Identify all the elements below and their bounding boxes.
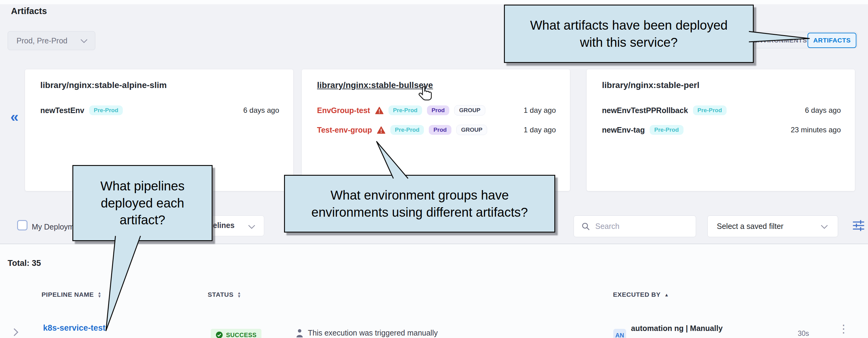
env-group-link[interactable]: EnvGroup-test [317,106,370,115]
executions-section [0,244,868,338]
env-group-link[interactable]: Test-env-group [317,125,372,135]
environment-row: Test-env-group Pre-Prod Prod GROUP 1 day… [317,123,556,137]
warning-icon [375,107,383,114]
my-deployments-label: My Deploym [32,223,74,231]
env-scope-value: Prod, Pre-Prod [17,36,67,45]
environment-row: EnvGroup-test Pre-Prod Prod GROUP 1 day … [317,104,556,117]
top-strip [0,0,868,4]
saved-filter-dropdown[interactable]: Select a saved filter [707,216,838,237]
group-badge: GROUP [454,105,485,115]
environment-name: newTestEnv [40,106,84,115]
group-badge: GROUP [456,125,488,135]
environment-name: newEnv-tag [602,125,645,135]
collapse-panel-icon[interactable]: « [10,109,19,124]
user-icon [296,328,304,337]
my-deployments-checkbox[interactable] [17,220,28,230]
page-title: Artifacts [11,6,47,16]
deployed-time: 1 day ago [524,125,556,134]
column-header-status[interactable]: STATUS ▲▼ [208,291,241,298]
trigger-note: This execution was triggered manually [296,328,438,337]
env-type-badge: Prod [427,106,449,115]
deployed-time: 1 day ago [524,106,556,115]
artifact-title-link[interactable]: library/nginx:stable-bullseye [317,80,433,90]
env-type-badge: Pre-Prod [650,125,683,135]
annotation-envgroups-question: What environment groups have environment… [284,175,555,232]
artifact-card: library/nginx:stable-perl newEnvTestPPRo… [587,69,855,191]
total-count: Total: 35 [8,258,41,268]
executed-by-value: automation ng | Manually [631,324,723,333]
status-text: SUCCESS [226,332,256,338]
warning-icon [377,126,385,134]
search-box [574,216,696,237]
column-header-executed-by[interactable]: EXECUTED BY ▲ [613,291,669,298]
env-type-badge: Pre-Prod [693,106,726,115]
search-input[interactable] [595,222,681,231]
search-icon [581,222,590,231]
environment-row: newTestEnv Pre-Prod 6 days ago [40,104,279,117]
chevron-down-icon [248,222,255,229]
row-overflow-menu-icon[interactable]: ⋮ [838,323,849,334]
deployed-time: 6 days ago [805,106,841,115]
tab-artifacts[interactable]: ARTIFACTS [808,33,857,48]
deployed-time: 6 days ago [243,106,279,115]
artifact-title: library/nginx:stable-perl [602,80,700,90]
view-toggle: ENVIRONMENTS ARTIFACTS [745,32,858,48]
env-type-badge: Pre-Prod [389,106,422,115]
success-check-icon [216,331,223,338]
deployed-time: 23 minutes ago [791,125,841,134]
status-badge: SUCCESS [211,329,261,338]
chevron-down-icon [821,222,828,229]
filter-settings-icon[interactable] [851,218,866,233]
environment-row: newEnvTestPPRollback Pre-Prod 6 days ago [602,104,841,117]
chevron-down-icon [81,36,88,44]
annotation-pipelines-question: What pipelines deployed each artifact? [72,165,213,241]
duration-value: 30s [798,330,809,338]
artifact-card: library/nginx:stable-bullseye EnvGroup-t… [302,69,570,191]
artifacts-page: Artifacts Prod, Pre-Prod « ENVIRONMENTS … [0,0,868,338]
annotation-artifacts-question: What artifacts have been deployed with t… [504,5,754,63]
env-scope-dropdown[interactable]: Prod, Pre-Prod [8,31,95,50]
column-header-pipeline[interactable]: PIPELINE NAME ▲▼ [41,291,102,298]
sort-icon[interactable]: ▲▼ [237,291,241,298]
environment-name: newEnvTestPPRollback [602,106,688,115]
tab-environments[interactable]: ENVIRONMENTS [753,37,807,44]
avatar: AN [613,329,626,338]
environment-row: newEnv-tag Pre-Prod 23 minutes ago [602,123,841,137]
saved-filter-label: Select a saved filter [717,222,783,231]
pipeline-name-link[interactable]: k8s-service-test [43,323,105,333]
sort-icon[interactable]: ▲▼ [97,291,101,298]
artifact-title: library/nginx:stable-alpine-slim [40,80,167,90]
sort-ascending-icon[interactable]: ▲ [664,292,669,298]
env-type-badge: Pre-Prod [390,125,424,135]
env-type-badge: Prod [429,125,451,135]
pipelines-dropdown-label: elines [213,221,235,230]
env-type-badge: Pre-Prod [89,106,123,115]
